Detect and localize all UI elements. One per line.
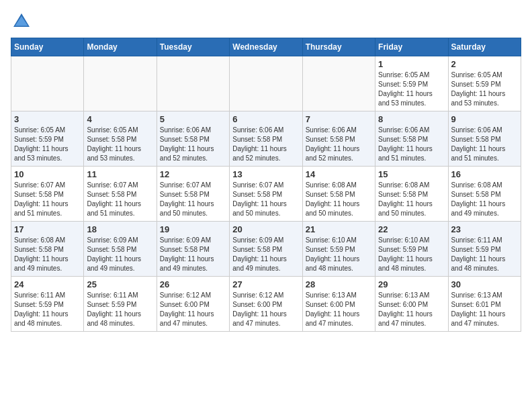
calendar-cell <box>230 56 302 111</box>
day-number: 25 <box>87 279 153 289</box>
day-number: 27 <box>232 279 299 289</box>
calendar-cell <box>84 56 157 111</box>
calendar-cell: 8Sunrise: 6:06 AM Sunset: 5:58 PM Daylig… <box>375 111 448 167</box>
calendar-cell: 13Sunrise: 6:07 AM Sunset: 5:58 PM Dayli… <box>230 167 302 222</box>
calendar-day-header: Thursday <box>302 38 375 56</box>
calendar-cell: 9Sunrise: 6:06 AM Sunset: 5:58 PM Daylig… <box>448 111 521 167</box>
day-number: 29 <box>378 279 445 289</box>
day-info: Sunrise: 6:05 AM Sunset: 5:59 PM Dayligh… <box>378 71 445 108</box>
day-info: Sunrise: 6:07 AM Sunset: 5:58 PM Dayligh… <box>160 181 226 218</box>
day-info: Sunrise: 6:08 AM Sunset: 5:58 PM Dayligh… <box>451 181 518 218</box>
day-number: 20 <box>232 224 299 234</box>
day-info: Sunrise: 6:13 AM Sunset: 6:01 PM Dayligh… <box>451 291 518 328</box>
calendar-header-row: SundayMondayTuesdayWednesdayThursdayFrid… <box>11 38 521 56</box>
day-info: Sunrise: 6:08 AM Sunset: 5:58 PM Dayligh… <box>306 181 372 218</box>
calendar-week-row: 17Sunrise: 6:08 AM Sunset: 5:58 PM Dayli… <box>11 222 521 277</box>
calendar-cell: 16Sunrise: 6:08 AM Sunset: 5:58 PM Dayli… <box>448 167 521 222</box>
calendar-day-header: Friday <box>375 38 448 56</box>
calendar-cell: 28Sunrise: 6:13 AM Sunset: 6:00 PM Dayli… <box>302 277 375 332</box>
day-info: Sunrise: 6:12 AM Sunset: 6:00 PM Dayligh… <box>232 291 299 328</box>
day-info: Sunrise: 6:09 AM Sunset: 5:58 PM Dayligh… <box>232 236 299 273</box>
calendar-day-header: Wednesday <box>230 38 302 56</box>
day-number: 30 <box>451 279 518 289</box>
calendar-cell: 2Sunrise: 6:05 AM Sunset: 5:59 PM Daylig… <box>448 56 521 111</box>
calendar-cell: 17Sunrise: 6:08 AM Sunset: 5:58 PM Dayli… <box>11 222 84 277</box>
calendar-week-row: 3Sunrise: 6:05 AM Sunset: 5:59 PM Daylig… <box>11 111 521 167</box>
day-info: Sunrise: 6:06 AM Sunset: 5:58 PM Dayligh… <box>378 126 445 163</box>
calendar-cell: 1Sunrise: 6:05 AM Sunset: 5:59 PM Daylig… <box>375 56 448 111</box>
day-number: 16 <box>451 169 518 179</box>
day-number: 6 <box>232 114 299 124</box>
day-number: 12 <box>160 169 226 179</box>
day-info: Sunrise: 6:05 AM Sunset: 5:59 PM Dayligh… <box>451 71 518 108</box>
day-number: 26 <box>160 279 226 289</box>
calendar-cell: 21Sunrise: 6:10 AM Sunset: 5:59 PM Dayli… <box>302 222 375 277</box>
calendar-cell: 20Sunrise: 6:09 AM Sunset: 5:58 PM Dayli… <box>230 222 302 277</box>
day-number: 19 <box>160 224 226 234</box>
day-number: 8 <box>378 114 445 124</box>
day-info: Sunrise: 6:10 AM Sunset: 5:59 PM Dayligh… <box>306 236 372 273</box>
day-info: Sunrise: 6:05 AM Sunset: 5:59 PM Dayligh… <box>14 126 81 163</box>
day-number: 14 <box>306 169 372 179</box>
calendar-cell: 7Sunrise: 6:06 AM Sunset: 5:58 PM Daylig… <box>302 111 375 167</box>
calendar-cell: 10Sunrise: 6:07 AM Sunset: 5:58 PM Dayli… <box>11 167 84 222</box>
calendar-week-row: 24Sunrise: 6:11 AM Sunset: 5:59 PM Dayli… <box>11 277 521 332</box>
calendar-cell: 29Sunrise: 6:13 AM Sunset: 6:00 PM Dayli… <box>375 277 448 332</box>
day-number: 15 <box>378 169 445 179</box>
calendar-table: SundayMondayTuesdayWednesdayThursdayFrid… <box>11 38 521 332</box>
calendar-cell: 4Sunrise: 6:05 AM Sunset: 5:58 PM Daylig… <box>84 111 157 167</box>
day-info: Sunrise: 6:13 AM Sunset: 6:00 PM Dayligh… <box>378 291 445 328</box>
day-number: 5 <box>160 114 226 124</box>
calendar-cell: 15Sunrise: 6:08 AM Sunset: 5:58 PM Dayli… <box>375 167 448 222</box>
day-number: 9 <box>451 114 518 124</box>
calendar-cell: 11Sunrise: 6:07 AM Sunset: 5:58 PM Dayli… <box>84 167 157 222</box>
calendar-cell: 25Sunrise: 6:11 AM Sunset: 5:59 PM Dayli… <box>84 277 157 332</box>
day-info: Sunrise: 6:11 AM Sunset: 5:59 PM Dayligh… <box>451 236 518 273</box>
day-number: 1 <box>378 59 445 69</box>
day-number: 7 <box>306 114 372 124</box>
logo-icon <box>11 11 32 32</box>
calendar-cell: 30Sunrise: 6:13 AM Sunset: 6:01 PM Dayli… <box>448 277 521 332</box>
day-number: 3 <box>14 114 81 124</box>
calendar-cell <box>302 56 375 111</box>
calendar-week-row: 10Sunrise: 6:07 AM Sunset: 5:58 PM Dayli… <box>11 167 521 222</box>
day-info: Sunrise: 6:11 AM Sunset: 5:59 PM Dayligh… <box>14 291 81 328</box>
calendar-cell: 14Sunrise: 6:08 AM Sunset: 5:58 PM Dayli… <box>302 167 375 222</box>
calendar-day-header: Monday <box>84 38 157 56</box>
day-number: 2 <box>451 59 518 69</box>
day-number: 21 <box>306 224 372 234</box>
day-info: Sunrise: 6:07 AM Sunset: 5:58 PM Dayligh… <box>87 181 153 218</box>
calendar-cell: 19Sunrise: 6:09 AM Sunset: 5:58 PM Dayli… <box>157 222 229 277</box>
calendar-day-header: Sunday <box>11 38 84 56</box>
day-number: 13 <box>232 169 299 179</box>
day-info: Sunrise: 6:06 AM Sunset: 5:58 PM Dayligh… <box>306 126 372 163</box>
day-info: Sunrise: 6:06 AM Sunset: 5:58 PM Dayligh… <box>232 126 299 163</box>
day-number: 10 <box>14 169 81 179</box>
day-info: Sunrise: 6:11 AM Sunset: 5:59 PM Dayligh… <box>87 291 153 328</box>
calendar-cell: 3Sunrise: 6:05 AM Sunset: 5:59 PM Daylig… <box>11 111 84 167</box>
day-number: 28 <box>306 279 372 289</box>
calendar-cell: 26Sunrise: 6:12 AM Sunset: 6:00 PM Dayli… <box>157 277 229 332</box>
calendar-cell: 6Sunrise: 6:06 AM Sunset: 5:58 PM Daylig… <box>230 111 302 167</box>
day-number: 4 <box>87 114 153 124</box>
calendar-cell: 22Sunrise: 6:10 AM Sunset: 5:59 PM Dayli… <box>375 222 448 277</box>
day-info: Sunrise: 6:09 AM Sunset: 5:58 PM Dayligh… <box>160 236 226 273</box>
day-info: Sunrise: 6:13 AM Sunset: 6:00 PM Dayligh… <box>306 291 372 328</box>
day-info: Sunrise: 6:08 AM Sunset: 5:58 PM Dayligh… <box>14 236 81 273</box>
day-number: 18 <box>87 224 153 234</box>
day-info: Sunrise: 6:12 AM Sunset: 6:00 PM Dayligh… <box>160 291 226 328</box>
logo <box>11 11 35 32</box>
day-number: 24 <box>14 279 81 289</box>
day-info: Sunrise: 6:10 AM Sunset: 5:59 PM Dayligh… <box>378 236 445 273</box>
day-info: Sunrise: 6:06 AM Sunset: 5:58 PM Dayligh… <box>451 126 518 163</box>
calendar-cell: 18Sunrise: 6:09 AM Sunset: 5:58 PM Dayli… <box>84 222 157 277</box>
calendar-cell <box>11 56 84 111</box>
page-header <box>11 11 521 32</box>
calendar-day-header: Saturday <box>448 38 521 56</box>
day-info: Sunrise: 6:05 AM Sunset: 5:58 PM Dayligh… <box>87 126 153 163</box>
day-info: Sunrise: 6:06 AM Sunset: 5:58 PM Dayligh… <box>160 126 226 163</box>
calendar-cell: 24Sunrise: 6:11 AM Sunset: 5:59 PM Dayli… <box>11 277 84 332</box>
calendar-week-row: 1Sunrise: 6:05 AM Sunset: 5:59 PM Daylig… <box>11 56 521 111</box>
day-info: Sunrise: 6:08 AM Sunset: 5:58 PM Dayligh… <box>378 181 445 218</box>
calendar-cell: 27Sunrise: 6:12 AM Sunset: 6:00 PM Dayli… <box>230 277 302 332</box>
